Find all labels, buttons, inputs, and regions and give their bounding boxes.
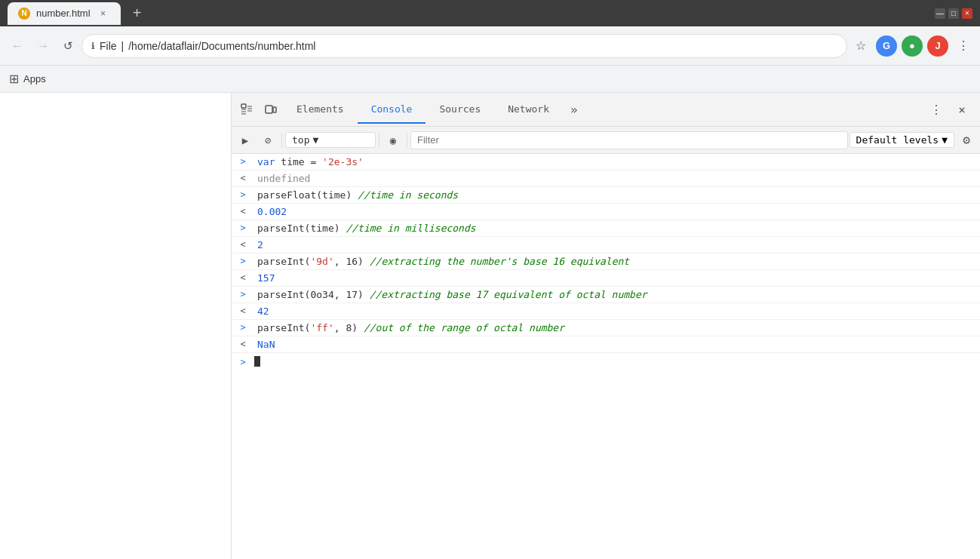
console-output[interactable]: >var time = '2e-3s'<undefined>parseFloat…	[232, 154, 980, 559]
settings-button[interactable]: ⚙	[956, 130, 977, 151]
console-content: 2	[254, 238, 980, 252]
devtools-more-button[interactable]: ⋮	[924, 97, 948, 121]
devtools-tabs: Elements Console Sources Network »	[283, 96, 924, 124]
avatar-circle[interactable]: ●	[902, 35, 923, 57]
console-text-part: 42	[257, 306, 269, 317]
console-line: >var time = '2e-3s'	[232, 154, 980, 170]
console-line: <NaN	[232, 336, 980, 353]
console-line: >parseInt(time) //time in milliseconds	[232, 220, 980, 237]
console-text-part: //extracting the number's base 16 equiva…	[364, 256, 629, 267]
console-content: parseInt(0o34, 17) //extracting base 17 …	[254, 287, 980, 302]
avatar-j[interactable]: J	[927, 35, 948, 57]
tab-network[interactable]: Network	[494, 96, 563, 124]
input-arrow: >	[232, 254, 254, 266]
apps-grid-icon[interactable]: ⊞	[9, 72, 19, 86]
console-text-part: //extracting base 17 equivalent of octal…	[364, 289, 647, 300]
input-arrow: >	[232, 287, 254, 299]
console-text-part: 157	[257, 272, 275, 284]
cursor	[254, 356, 260, 367]
tab-title: number.html	[36, 8, 91, 19]
more-tabs-button[interactable]: »	[563, 97, 585, 123]
toolbar-right: ☆ G ● J ⋮	[850, 35, 974, 57]
browser-toolbar: ← → ↺ ℹ File | /home/dataflair/Documents…	[0, 26, 980, 66]
new-tab-button[interactable]: +	[127, 3, 148, 24]
console-text-part: NaN	[257, 339, 275, 350]
context-selector[interactable]: top ▼	[285, 132, 376, 148]
tab-close-button[interactable]: ×	[97, 7, 110, 20]
devtools-panel: Elements Console Sources Network » ⋮ × ▶…	[232, 93, 980, 559]
console-content: 157	[254, 271, 980, 285]
apps-bar: ⊞ Apps	[0, 66, 980, 93]
back-button[interactable]: ←	[6, 35, 29, 57]
console-line: <157	[232, 270, 980, 287]
console-line: <2	[232, 237, 980, 253]
minimize-button[interactable]: —	[935, 8, 945, 19]
tab-elements[interactable]: Elements	[283, 96, 358, 124]
main-content: Elements Console Sources Network » ⋮ × ▶…	[0, 93, 980, 559]
console-cursor-line[interactable]: >	[232, 353, 980, 370]
console-text-part: parseInt(	[257, 256, 310, 267]
console-text-part: '9d'	[310, 256, 333, 267]
console-content: NaN	[254, 337, 980, 352]
apps-label: Apps	[23, 73, 46, 84]
console-line: >parseInt(0o34, 17) //extracting base 17…	[232, 287, 980, 303]
console-text-part: , 16)	[334, 256, 364, 267]
browser-tab[interactable]: N number.html ×	[8, 2, 121, 25]
devtools-header: Elements Console Sources Network » ⋮ ×	[232, 93, 980, 127]
devtools-toolbar: ▶ ⊘ top ▼ ◉ Default levels ▼ ⚙	[232, 127, 980, 154]
console-text-part: parseInt(	[257, 322, 310, 333]
address-protocol: File	[100, 40, 117, 52]
toolbar-separator-1	[281, 133, 282, 148]
console-content: 0.002	[254, 204, 980, 219]
devtools-close-button[interactable]: ×	[950, 97, 974, 121]
console-content: parseFloat(time) //time in seconds	[254, 188, 980, 202]
console-text-part: time	[281, 156, 304, 167]
inspect-element-button[interactable]	[235, 97, 259, 121]
close-button[interactable]: ×	[962, 8, 972, 19]
device-toolbar-button[interactable]	[259, 97, 283, 121]
toolbar-separator-2	[379, 133, 379, 148]
console-line: <undefined	[232, 170, 980, 187]
filter-input[interactable]	[410, 131, 848, 149]
console-content: parseInt('9d', 16) //extracting the numb…	[254, 254, 980, 269]
cursor-arrow: >	[232, 355, 254, 367]
output-arrow: <	[232, 204, 254, 217]
eye-button[interactable]: ◉	[382, 130, 404, 151]
avatar-g[interactable]: G	[876, 35, 897, 57]
tab-favicon: N	[18, 8, 30, 20]
console-text-part: undefined	[257, 173, 310, 184]
more-options-button[interactable]: ⋮	[953, 35, 974, 57]
console-text-part: parseInt(0o34, 17)	[257, 289, 364, 300]
console-text-part: var	[257, 156, 281, 167]
maximize-button[interactable]: □	[948, 8, 959, 19]
console-line: >parseInt('9d', 16) //extracting the num…	[232, 253, 980, 270]
forward-button[interactable]: →	[32, 35, 54, 57]
block-button[interactable]: ⊘	[257, 130, 278, 151]
address-url: /home/dataflair/Documents/number.html	[128, 40, 315, 52]
context-dropdown-arrow: ▼	[312, 134, 318, 146]
console-text-part: 2	[257, 239, 263, 250]
levels-selector[interactable]: Default levels ▼	[849, 132, 954, 148]
svg-rect-0	[241, 104, 246, 108]
svg-rect-2	[273, 107, 276, 112]
execute-button[interactable]: ▶	[235, 130, 256, 151]
tab-console[interactable]: Console	[358, 96, 426, 124]
console-text-part: //out of the range of octal number	[358, 322, 564, 333]
console-text-part: //time in seconds	[352, 189, 458, 201]
input-arrow: >	[232, 321, 254, 333]
console-text-part: parseInt(time)	[257, 223, 340, 234]
protocol-indicator: ℹ	[91, 41, 95, 51]
console-line: <0.002	[232, 204, 980, 220]
address-separator: |	[121, 40, 124, 52]
bookmark-button[interactable]: ☆	[850, 35, 871, 57]
address-bar[interactable]: ℹ File | /home/dataflair/Documents/numbe…	[81, 34, 847, 58]
console-text-part: parseFloat(time)	[257, 189, 352, 201]
window-controls: — □ ×	[935, 8, 972, 19]
console-content: parseInt(time) //time in milliseconds	[254, 221, 980, 235]
tab-sources[interactable]: Sources	[425, 96, 494, 124]
output-arrow: <	[232, 171, 254, 183]
reload-button[interactable]: ↺	[57, 35, 78, 57]
console-text-part: //time in milliseconds	[340, 223, 476, 234]
console-content: 42	[254, 304, 980, 318]
levels-arrow: ▼	[942, 134, 948, 146]
